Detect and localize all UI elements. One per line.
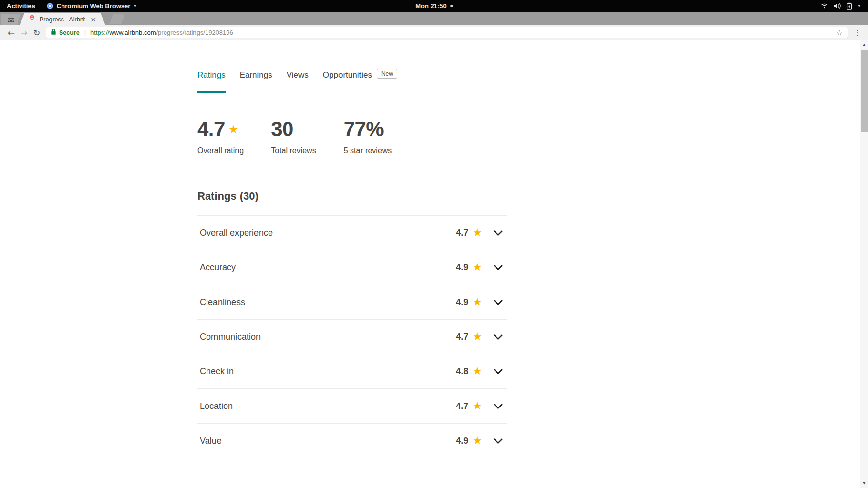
rating-row-communication[interactable]: Communication 4.7 ★ [197, 319, 507, 354]
rating-value: 4.8 [456, 366, 468, 377]
notification-dot [450, 5, 453, 7]
page-scrollbar[interactable]: ▲ ▼ [860, 40, 868, 488]
incognito-glasses-icon [7, 17, 15, 23]
rating-row-cleanliness[interactable]: Cleanliness 4.9 ★ [197, 285, 507, 319]
address-bar[interactable]: Secure | https://www.airbnb.com/progress… [46, 27, 848, 38]
chevron-down-icon[interactable] [493, 230, 503, 236]
url-separator: | [84, 29, 86, 36]
stat-five-star: 77% 5 star reviews [344, 119, 392, 155]
app-menu-label: Chromium Web Browser [57, 2, 130, 10]
chevron-down-icon[interactable] [493, 299, 503, 305]
new-tab-button[interactable] [109, 14, 125, 24]
stat-overall-rating-value: 4.7 [197, 119, 225, 140]
rating-value: 4.7 [456, 228, 468, 238]
scroll-up-button[interactable]: ▲ [860, 41, 868, 49]
star-icon: ★ [473, 366, 482, 377]
tab-earnings-label: Earnings [240, 70, 272, 80]
bookmark-star-icon[interactable]: ☆ [835, 28, 844, 37]
star-icon: ★ [473, 401, 482, 411]
star-icon: ★ [473, 227, 482, 238]
rating-label: Accuracy [200, 263, 456, 273]
activities-button[interactable]: Activities [0, 0, 42, 12]
rating-row-check-in[interactable]: Check in 4.8 ★ [197, 354, 507, 388]
battery-icon [847, 2, 852, 10]
chevron-down-icon[interactable] [493, 264, 503, 271]
tab-title: Progress - Airbnb [40, 16, 85, 23]
scroll-down-button[interactable]: ▼ [860, 479, 868, 487]
rating-value: 4.9 [456, 297, 468, 307]
star-icon: ★ [473, 331, 482, 342]
chevron-down-icon[interactable] [493, 438, 503, 444]
browser-tab-strip: Progress - Airbnb × [0, 12, 868, 25]
tab-close-button[interactable]: × [89, 16, 98, 23]
stat-five-star-label: 5 star reviews [344, 146, 392, 155]
wifi-icon [821, 3, 828, 9]
rating-row-value[interactable]: Value 4.9 ★ [197, 423, 507, 458]
progress-nav-tabs: Ratings Earnings Views Opportunities New [197, 40, 664, 93]
lock-icon [51, 28, 56, 37]
browser-toolbar: ← → ↻ Secure | https://www.airbnb.com/pr… [0, 25, 868, 40]
ratings-list: Overall experience 4.7 ★ Accuracy 4.9 ★ … [197, 215, 507, 458]
caret-down-icon: ▾ [134, 3, 136, 8]
tab-overview-button[interactable] [1, 14, 21, 25]
volume-icon [833, 3, 841, 9]
url-path: /progress/ratings/19208196 [156, 29, 233, 36]
tab-earnings[interactable]: Earnings [240, 70, 272, 93]
star-icon: ★ [473, 297, 482, 307]
clock-button[interactable]: Mon 21:50 [415, 0, 453, 12]
scrollbar-thumb[interactable] [861, 50, 868, 132]
url-text: https://www.airbnb.com/progress/ratings/… [90, 29, 233, 36]
forward-button[interactable]: → [18, 26, 30, 39]
back-button[interactable]: ← [5, 26, 18, 39]
rating-label: Location [200, 401, 456, 411]
stat-overall-rating-label: Overall rating [197, 146, 244, 155]
star-icon: ★ [473, 262, 482, 273]
chevron-down-icon[interactable] [493, 368, 503, 375]
rating-value: 4.9 [456, 263, 468, 273]
clock-label: Mon 21:50 [415, 2, 447, 10]
stat-total-reviews-value: 30 [271, 119, 293, 140]
rating-label: Cleanliness [200, 297, 456, 307]
rating-row-location[interactable]: Location 4.7 ★ [197, 388, 507, 423]
system-top-bar: Activities Chromium Web Browser ▾ Mon 21… [0, 0, 868, 12]
browser-menu-button[interactable]: ⋮ [852, 28, 863, 37]
activities-label: Activities [7, 2, 35, 10]
tab-views[interactable]: Views [287, 70, 309, 93]
security-chip[interactable]: Secure [51, 28, 80, 37]
rating-value: 4.7 [456, 401, 468, 411]
rating-label: Value [200, 436, 456, 446]
airbnb-favicon [28, 15, 36, 24]
rating-label: Check in [200, 366, 456, 377]
tab-views-label: Views [287, 70, 309, 80]
chromium-icon [47, 3, 53, 9]
stat-total-reviews: 30 Total reviews [271, 119, 316, 155]
tab-opportunities-label: Opportunities [323, 70, 372, 80]
tab-ratings-label: Ratings [197, 70, 226, 80]
star-icon: ★ [473, 435, 482, 446]
rating-value: 4.9 [456, 436, 468, 446]
tab-ratings[interactable]: Ratings [197, 70, 226, 93]
url-host: www.airbnb.com [109, 29, 156, 36]
star-icon: ★ [228, 119, 238, 140]
system-status-menu[interactable]: ▾ [817, 0, 864, 12]
url-scheme: https:// [90, 29, 109, 36]
rating-row-accuracy[interactable]: Accuracy 4.9 ★ [197, 250, 507, 285]
rating-value: 4.7 [456, 332, 468, 342]
stat-five-star-value: 77% [344, 119, 384, 140]
caret-down-icon: ▾ [858, 3, 860, 8]
rating-row-overall-experience[interactable]: Overall experience 4.7 ★ [197, 215, 507, 250]
secure-label: Secure [59, 29, 80, 36]
chevron-down-icon[interactable] [493, 334, 503, 340]
tab-opportunities[interactable]: Opportunities New [323, 70, 397, 93]
browser-tab-active[interactable]: Progress - Airbnb × [20, 13, 105, 25]
chevron-down-icon[interactable] [493, 403, 503, 409]
reload-button[interactable]: ↻ [30, 26, 43, 39]
page-content: Ratings Earnings Views Opportunities New… [0, 40, 868, 488]
summary-stats: 4.7 ★ Overall rating 30 Total reviews 77… [197, 119, 868, 155]
rating-label: Overall experience [200, 228, 456, 238]
new-badge: New [377, 69, 397, 79]
stat-total-reviews-label: Total reviews [271, 146, 316, 155]
rating-label: Communication [200, 332, 456, 342]
app-menu-button[interactable]: Chromium Web Browser ▾ [42, 0, 141, 12]
stat-overall-rating: 4.7 ★ Overall rating [197, 119, 244, 155]
